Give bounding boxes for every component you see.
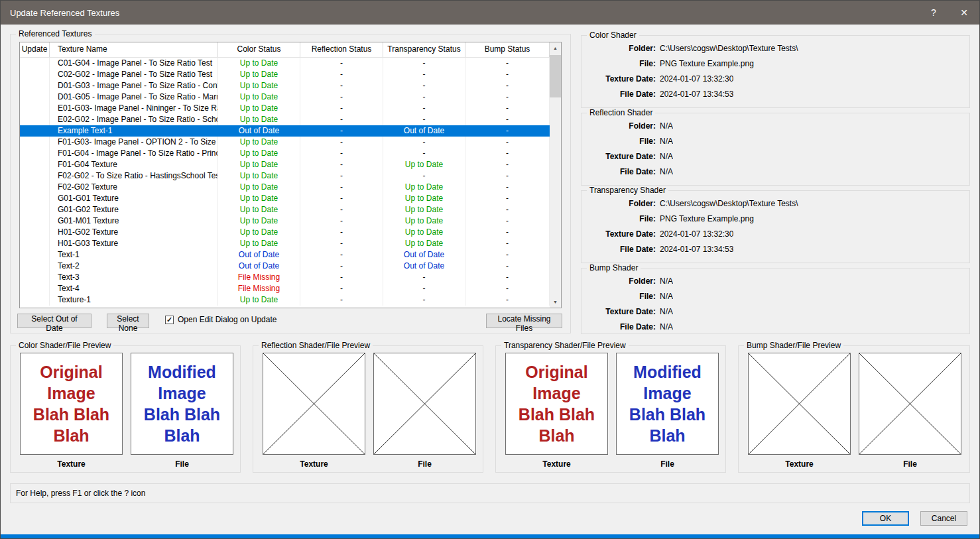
reflection-status-cell[interactable]: -	[300, 215, 383, 227]
table-row[interactable]: F01-G04 - Image Panel - To Size Ratio - …	[20, 148, 550, 159]
transparency-status-cell[interactable]: -	[383, 58, 465, 69]
reflection-status-cell[interactable]: -	[300, 91, 383, 103]
reflection-status-cell[interactable]: -	[300, 193, 383, 204]
transparency-status-cell[interactable]: -	[383, 148, 465, 159]
locate-missing-files-button[interactable]: Locate Missing Files	[486, 314, 562, 328]
table-row[interactable]: G01-G01 TextureUp to Date-Up to Date-	[20, 193, 550, 204]
bump-status-cell[interactable]: -	[465, 204, 550, 215]
update-cell[interactable]	[20, 193, 50, 204]
transparency-status-cell[interactable]: -	[383, 137, 465, 148]
update-cell[interactable]	[20, 125, 50, 137]
update-cell[interactable]	[20, 215, 50, 227]
color-status-cell[interactable]: Up to Date	[218, 80, 300, 91]
color-status-cell[interactable]: Up to Date	[218, 170, 300, 182]
color-status-cell[interactable]: Up to Date	[218, 182, 300, 193]
bump-status-cell[interactable]: -	[465, 148, 550, 159]
transparency-status-cell[interactable]: -	[383, 103, 465, 114]
texture-name-cell[interactable]: Text-4	[50, 283, 218, 294]
reflection-status-cell[interactable]: -	[300, 148, 383, 159]
texture-name-cell[interactable]: E01-G03- Image Panel - Nininger - To Siz…	[50, 103, 218, 114]
update-cell[interactable]	[20, 204, 50, 215]
bump-status-cell[interactable]: -	[465, 103, 550, 114]
table-row[interactable]: Text-4File Missing---	[20, 283, 550, 294]
checkbox-label[interactable]: Open Edit Dialog on Update	[178, 315, 276, 324]
help-icon[interactable]: ?	[918, 1, 949, 25]
texture-name-cell[interactable]: D01-G05 - Image Panel - To Size Ratio - …	[50, 91, 218, 103]
texture-name-cell[interactable]: Example Text-1	[50, 125, 218, 137]
transparency-status-cell[interactable]: Out of Date	[383, 125, 465, 137]
reflection-status-cell[interactable]: -	[300, 238, 383, 249]
cancel-button[interactable]: Cancel	[920, 511, 967, 526]
texture-name-cell[interactable]: F01-G03- Image Panel - OPTION 2 - To Siz…	[50, 137, 218, 148]
scrollbar-track[interactable]	[550, 54, 561, 296]
color-status-cell[interactable]: Out of Date	[218, 125, 300, 137]
table-row[interactable]: C02-G02 - Image Panel - To Size Ratio Te…	[20, 69, 550, 80]
texture-name-cell[interactable]: G01-G02 Texture	[50, 204, 218, 215]
table-row[interactable]: D01-G03 - Image Panel - To Size Ratio - …	[20, 80, 550, 91]
color-status-cell[interactable]: Up to Date	[218, 215, 300, 227]
update-cell[interactable]	[20, 69, 50, 80]
update-cell[interactable]	[20, 114, 50, 125]
reflection-status-cell[interactable]: -	[300, 283, 383, 294]
close-icon[interactable]: ✕	[949, 1, 979, 25]
color-status-cell[interactable]: Up to Date	[218, 159, 300, 170]
texture-name-cell[interactable]: G01-M01 Texture	[50, 215, 218, 227]
transparency-status-cell[interactable]: Up to Date	[383, 204, 465, 215]
reflection-status-cell[interactable]: -	[300, 137, 383, 148]
transparency-status-cell[interactable]: Up to Date	[383, 238, 465, 249]
bump-status-cell[interactable]: -	[465, 69, 550, 80]
scroll-down-icon[interactable]: ▼	[550, 296, 561, 308]
table-row[interactable]: F01-G03- Image Panel - OPTION 2 - To Siz…	[20, 137, 550, 148]
table-row[interactable]: Example Text-1Out of Date-Out of Date-	[20, 125, 550, 137]
transparency-status-cell[interactable]: -	[383, 294, 465, 306]
bump-status-cell[interactable]: -	[465, 125, 550, 137]
table-row[interactable]: E01-G03- Image Panel - Nininger - To Siz…	[20, 103, 550, 114]
reflection-status-cell[interactable]: -	[300, 261, 383, 272]
bump-status-cell[interactable]: -	[465, 227, 550, 238]
column-header-transparency-status[interactable]: Transparency Status	[383, 42, 465, 57]
texture-name-cell[interactable]: F01-G04 Texture	[50, 159, 218, 170]
reflection-status-cell[interactable]: -	[300, 182, 383, 193]
reflection-status-cell[interactable]: -	[300, 103, 383, 114]
update-cell[interactable]	[20, 58, 50, 69]
texture-name-cell[interactable]: F02-G02 Texture	[50, 182, 218, 193]
reflection-status-cell[interactable]: -	[300, 58, 383, 69]
bump-status-cell[interactable]: -	[465, 182, 550, 193]
scrollbar-thumb[interactable]	[550, 55, 561, 97]
bump-status-cell[interactable]: -	[465, 91, 550, 103]
transparency-status-cell[interactable]: Up to Date	[383, 182, 465, 193]
texture-name-cell[interactable]: Text-1	[50, 249, 218, 261]
column-header-reflection-status[interactable]: Reflection Status	[300, 42, 383, 57]
bump-status-cell[interactable]: -	[465, 238, 550, 249]
bump-status-cell[interactable]: -	[465, 137, 550, 148]
texture-name-cell[interactable]: F02-G02 - To Size Ratio - HastingsSchool…	[50, 170, 218, 182]
texture-name-cell[interactable]: F01-G04 - Image Panel - To Size Ratio - …	[50, 148, 218, 159]
column-header-bump-status[interactable]: Bump Status	[465, 42, 550, 57]
reflection-status-cell[interactable]: -	[300, 159, 383, 170]
texture-name-cell[interactable]: Text-3	[50, 272, 218, 283]
transparency-status-cell[interactable]: Up to Date	[383, 159, 465, 170]
reflection-status-cell[interactable]: -	[300, 227, 383, 238]
scroll-up-icon[interactable]: ▲	[550, 42, 561, 54]
column-header-texture-name[interactable]: Texture Name	[50, 42, 218, 57]
color-status-cell[interactable]: Up to Date	[218, 193, 300, 204]
reflection-status-cell[interactable]: -	[300, 125, 383, 137]
update-cell[interactable]	[20, 249, 50, 261]
transparency-status-cell[interactable]: -	[383, 91, 465, 103]
update-cell[interactable]	[20, 272, 50, 283]
transparency-status-cell[interactable]: -	[383, 272, 465, 283]
table-row[interactable]: F01-G04 TextureUp to Date-Up to Date-	[20, 159, 550, 170]
color-status-cell[interactable]: File Missing	[218, 283, 300, 294]
update-cell[interactable]	[20, 294, 50, 306]
bump-status-cell[interactable]: -	[465, 170, 550, 182]
table-row[interactable]: Text-2Out of Date-Out of Date-	[20, 261, 550, 272]
bump-status-cell[interactable]: -	[465, 114, 550, 125]
table-row[interactable]: H01-G02 TextureUp to Date-Up to Date-	[20, 227, 550, 238]
texture-name-cell[interactable]: C01-G04 - Image Panel - To Size Ratio Te…	[50, 58, 218, 69]
color-status-cell[interactable]: Out of Date	[218, 249, 300, 261]
transparency-status-cell[interactable]: -	[383, 283, 465, 294]
color-status-cell[interactable]: Out of Date	[218, 261, 300, 272]
reflection-status-cell[interactable]: -	[300, 80, 383, 91]
color-status-cell[interactable]: Up to Date	[218, 204, 300, 215]
reflection-status-cell[interactable]: -	[300, 272, 383, 283]
